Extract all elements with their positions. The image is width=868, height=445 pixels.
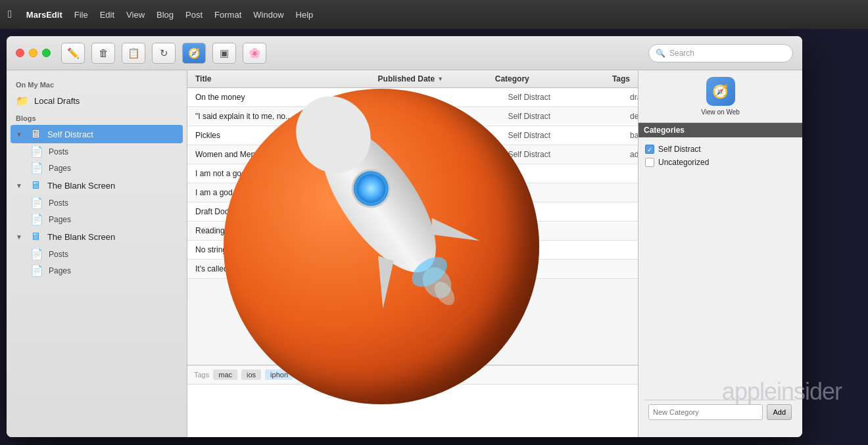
delete-button[interactable]: 🗑 <box>91 43 115 64</box>
blog-icon-2: 🖥 <box>29 179 42 191</box>
maximize-button[interactable] <box>42 49 51 57</box>
local-drafts-label: Local Drafts <box>34 96 80 106</box>
menu-edit[interactable]: Edit <box>100 10 114 20</box>
blank-screen-2-label: The Blank Screen <box>47 232 115 242</box>
new-post-button[interactable]: ✏️ <box>61 43 85 64</box>
cell-tags <box>622 222 638 240</box>
checkbox-uncategorized[interactable] <box>645 158 654 167</box>
right-panel-top: 🧭 View on Web <box>639 70 802 123</box>
table-row[interactable]: Women and Mento... Self Distract advice,… <box>187 145 638 164</box>
tag-ios[interactable]: ios <box>241 369 261 380</box>
sidebar: On My Mac 📁 Local Drafts Blogs ▼ 🖥 Self … <box>7 70 187 437</box>
sidebar-item-self-distract-posts[interactable]: 📄 Posts <box>25 143 187 160</box>
titlebar: ✏️ 🗑 📋 ↻ 🧭 ▣ 🌸 🔍 Search <box>7 36 802 70</box>
sidebar-item-blank-screen-1-posts[interactable]: 📄 Posts <box>25 195 187 211</box>
category-item-uncategorized[interactable]: Uncategorized <box>645 156 796 169</box>
sidebar-item-blank-screen-2[interactable]: ▼ 🖥 The Blank Screen <box>7 227 187 246</box>
copy-button[interactable]: 📋 <box>122 43 145 64</box>
cell-date <box>378 107 500 126</box>
search-bar[interactable]: 🔍 Search <box>648 44 793 62</box>
pages-label-2: Pages <box>49 215 71 224</box>
chevron-down-icon: ▼ <box>16 131 22 138</box>
cell-title: I am a god <box>187 183 378 202</box>
cell-date: Adware Hunting Season <box>378 164 500 183</box>
table-body: On the money Self Distract drama, film, … <box>187 88 638 365</box>
posts-icon: 📄 <box>30 145 43 158</box>
menu-view[interactable]: View <box>126 10 145 20</box>
cell-tags <box>622 241 638 259</box>
table-header: Title Published Date ▼ Category Tags <box>187 70 638 88</box>
edit-content-area[interactable] <box>187 385 638 437</box>
sidebar-item-self-distract[interactable]: ▼ 🖥 Self Distract <box>11 125 183 143</box>
navigate-button[interactable]: 🧭 <box>182 43 206 64</box>
apple-menu-icon[interactable]:  <box>8 9 12 20</box>
blank-screen-1-label: The Blank Screen <box>47 181 115 191</box>
pages-icon-2: 📄 <box>30 213 43 225</box>
menu-window[interactable]: Window <box>253 10 283 20</box>
section-label-mac: On My Mac <box>7 77 187 91</box>
view-on-web-button[interactable]: 🧭 View on Web <box>701 77 740 116</box>
table-row[interactable]: Draft Dodging <box>187 202 638 222</box>
search-placeholder: Search <box>669 49 694 58</box>
sidebar-item-blank-screen-1-pages[interactable]: 📄 Pages <box>25 211 187 227</box>
sidebar-item-self-distract-pages[interactable]: 📄 Pages <box>25 160 187 176</box>
menu-file[interactable]: File <box>74 10 88 20</box>
new-category-input[interactable] <box>648 404 763 420</box>
blank-screen-1-children: 📄 Posts 📄 Pages <box>7 195 187 227</box>
minimize-button[interactable] <box>29 49 37 57</box>
sidebar-item-blank-screen-2-pages[interactable]: 📄 Pages <box>25 262 187 279</box>
tag-mac[interactable]: mac <box>213 369 237 380</box>
column-category[interactable]: Category <box>487 74 604 83</box>
add-category-button[interactable]: Add <box>767 404 792 420</box>
table-row[interactable]: "I said explain it to me, no... Self Dis… <box>187 107 638 126</box>
cell-category <box>500 202 622 221</box>
cell-category: Self Distract <box>500 145 622 164</box>
table-row[interactable]: It's called children... <box>187 260 638 279</box>
cell-title: I am not a god <box>187 164 378 183</box>
cell-category: Self Distract <box>500 107 622 126</box>
blank-screen-2-children: 📄 Posts 📄 Pages <box>7 246 187 279</box>
checkbox-self-distract[interactable]: ✓ <box>645 145 654 154</box>
menu-post[interactable]: Post <box>185 10 203 20</box>
cell-tags: drama, film, money,... <box>622 88 638 106</box>
table-row[interactable]: I am not a god Adware Hunting Season <box>187 164 638 183</box>
categories-panel: Categories ✓ Self Distract Uncategorized <box>639 123 802 176</box>
cell-date <box>378 88 500 106</box>
cell-date <box>378 241 500 259</box>
posts-label-2: Posts <box>49 199 68 208</box>
photos-button[interactable]: 🌸 <box>243 43 266 64</box>
sidebar-item-blank-screen-1[interactable]: ▼ 🖥 The Blank Screen <box>7 176 187 195</box>
cell-title: Reading scripture <box>187 222 378 240</box>
table-row[interactable]: On the money Self Distract drama, film, … <box>187 88 638 107</box>
split-view-button[interactable]: ▣ <box>212 43 236 64</box>
search-icon: 🔍 <box>656 49 665 58</box>
app-name[interactable]: MarsEdit <box>26 10 62 20</box>
cell-tags: deja vu, doc, englis... <box>622 107 638 126</box>
edit-area: Tags mac ios iphon <box>187 365 638 437</box>
table-row[interactable]: Pickles Self Distract battlestar galacti… <box>187 126 638 145</box>
table-row[interactable]: No strings attache... <box>187 241 638 260</box>
cell-title: On the money <box>187 88 378 106</box>
category-item-self-distract[interactable]: ✓ Self Distract <box>645 143 796 156</box>
menu-blog[interactable]: Blog <box>157 10 174 20</box>
refresh-button[interactable]: ↻ <box>152 43 176 64</box>
close-button[interactable] <box>16 49 24 57</box>
tag-iphon[interactable]: iphon <box>265 369 293 380</box>
sidebar-item-blank-screen-2-posts[interactable]: 📄 Posts <box>25 246 187 262</box>
sidebar-item-local-drafts[interactable]: 📁 Local Drafts <box>7 91 187 110</box>
cell-title: Women and Mento... <box>187 145 378 164</box>
menu-help[interactable]: Help <box>296 10 314 20</box>
category-label-uncategorized: Uncategorized <box>658 158 709 167</box>
cell-tags <box>622 183 638 202</box>
cell-tags: battlestar galactica,... <box>622 126 638 145</box>
cell-category: Self Distract <box>500 88 622 106</box>
cell-category <box>500 183 622 202</box>
table-row[interactable]: I am a god <box>187 183 638 202</box>
cell-tags <box>622 260 638 278</box>
column-tags[interactable]: Tags <box>604 74 638 83</box>
self-distract-label: Self Distract <box>47 129 93 139</box>
column-title[interactable]: Title <box>187 74 370 83</box>
column-date[interactable]: Published Date ▼ <box>370 74 487 83</box>
menu-format[interactable]: Format <box>214 10 241 20</box>
table-row[interactable]: Reading scripture <box>187 222 638 241</box>
